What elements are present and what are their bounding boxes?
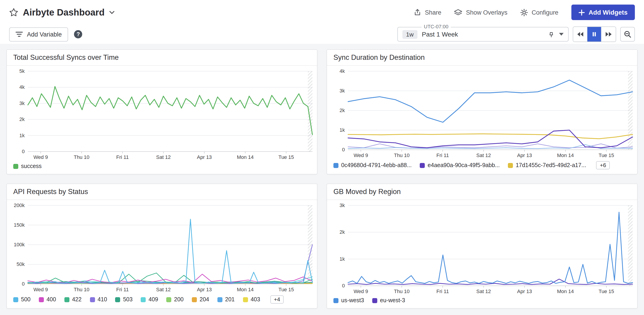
legend-item[interactable]: 204 — [192, 296, 209, 303]
svg-text:5k: 5k — [20, 68, 25, 74]
legend-label: 400 — [46, 296, 56, 303]
legend-item[interactable]: 409 — [141, 296, 158, 303]
svg-text:0: 0 — [342, 147, 345, 152]
favorite-star-button[interactable] — [9, 8, 18, 17]
svg-text:1k: 1k — [340, 256, 345, 262]
svg-text:Tue 15: Tue 15 — [278, 154, 294, 160]
svg-text:Fri 11: Fri 11 — [436, 289, 449, 294]
legend-item[interactable]: 201 — [218, 296, 235, 303]
show-overlays-label: Show Overlays — [466, 9, 508, 16]
legend-item[interactable]: 0c49680d-4791-4ebb-a88... — [334, 162, 412, 168]
configure-button[interactable]: Configure — [520, 8, 558, 16]
legend-item[interactable]: 17d1455c-7ed5-49d2-a17... — [508, 162, 586, 168]
legend-label: 503 — [123, 296, 133, 303]
legend-label: 410 — [98, 296, 107, 303]
svg-text:Thu 10: Thu 10 — [394, 152, 410, 158]
zoom-out-button[interactable] — [620, 27, 635, 41]
line-chart[interactable]: 01k2k3kWed 9Thu 10Fri 11Sat 12Apr 13Mon … — [327, 200, 637, 295]
line-chart[interactable]: 01k2k3k4k5kWed 9Thu 10Fri 11Sat 12Apr 13… — [7, 66, 317, 161]
svg-text:Wed 9: Wed 9 — [354, 152, 368, 158]
rewind-button[interactable] — [573, 27, 587, 41]
chart-legend: 500400422410503409200204201403+4 — [7, 293, 317, 308]
svg-text:Tue 15: Tue 15 — [278, 287, 294, 293]
svg-text:Mon 14: Mon 14 — [237, 287, 254, 293]
share-label: Share — [425, 9, 441, 16]
legend-label: 500 — [21, 296, 30, 303]
share-icon — [414, 9, 421, 16]
range-label: Past 1 Week — [422, 30, 544, 38]
svg-text:Wed 9: Wed 9 — [33, 287, 48, 293]
legend-label: 403 — [250, 296, 260, 303]
legend-label: 201 — [225, 296, 235, 303]
svg-text:3k: 3k — [340, 88, 345, 94]
pause-button[interactable] — [587, 27, 602, 41]
svg-text:3k: 3k — [20, 100, 25, 106]
dashboard-app: Airbyte Dashboard Share Show Overlays Co… — [0, 0, 644, 315]
legend-swatch — [39, 297, 44, 302]
share-button[interactable]: Share — [414, 9, 441, 16]
legend-label: us-west3 — [341, 297, 364, 304]
svg-text:0: 0 — [22, 149, 25, 154]
chart-legend: 0c49680d-4791-4ebb-a88...e4aea90a-90ca-4… — [327, 159, 637, 174]
widget-title: API Requests by Status — [7, 184, 317, 200]
legend-label: 422 — [72, 296, 82, 303]
legend-item[interactable]: 500 — [13, 296, 30, 303]
show-overlays-button[interactable]: Show Overlays — [454, 9, 508, 16]
legend-item[interactable]: 410 — [90, 296, 107, 303]
legend-swatch — [372, 298, 377, 303]
add-variable-label: Add Variable — [27, 31, 62, 38]
svg-text:4k: 4k — [340, 68, 345, 74]
legend-item[interactable]: 403 — [243, 296, 260, 303]
legend-item[interactable]: eu-west-3 — [372, 297, 405, 304]
add-widgets-button[interactable]: Add Widgets — [571, 4, 635, 20]
svg-text:2k: 2k — [340, 107, 345, 113]
range-short-chip[interactable]: 1w — [402, 30, 417, 38]
legend-overflow-badge[interactable]: +6 — [596, 161, 610, 169]
widget-api-requests-by-status: API Requests by Status 050k100k150k200kW… — [6, 184, 318, 309]
svg-text:150k: 150k — [14, 222, 25, 228]
svg-text:3k: 3k — [340, 203, 345, 208]
legend-swatch — [141, 297, 146, 302]
chart-legend: us-west3eu-west-3 — [327, 295, 637, 308]
svg-text:1k: 1k — [340, 127, 345, 133]
svg-text:Sat 12: Sat 12 — [156, 287, 171, 293]
legend-item[interactable]: 400 — [39, 296, 56, 303]
legend-swatch — [334, 163, 338, 168]
line-chart[interactable]: 050k100k150k200kWed 9Thu 10Fri 11Sat 12A… — [7, 200, 317, 293]
add-widgets-label: Add Widgets — [588, 9, 628, 16]
svg-text:0: 0 — [22, 281, 25, 287]
legend-label: 204 — [200, 296, 209, 303]
svg-text:Mon 14: Mon 14 — [557, 289, 574, 294]
svg-text:100k: 100k — [14, 242, 25, 248]
pin-icon[interactable] — [548, 31, 554, 37]
legend-item[interactable]: us-west3 — [334, 297, 364, 304]
svg-text:Fri 11: Fri 11 — [436, 152, 449, 158]
add-variable-button[interactable]: Add Variable — [9, 27, 68, 41]
svg-text:Thu 10: Thu 10 — [394, 289, 410, 294]
legend-item[interactable]: success — [13, 163, 42, 169]
time-range-picker[interactable]: UTC-07:00 1w Past 1 Week — [397, 27, 569, 41]
help-icon[interactable]: ? — [74, 30, 82, 38]
range-chevron-down-icon[interactable] — [559, 33, 564, 36]
legend-item[interactable]: 422 — [64, 296, 82, 303]
legend-item[interactable]: e4aea90a-90ca-49f5-9abb... — [420, 162, 500, 168]
rewind-icon — [576, 31, 584, 37]
legend-swatch — [243, 297, 248, 302]
legend-item[interactable]: 200 — [166, 296, 184, 303]
svg-text:200k: 200k — [14, 203, 25, 208]
fast-forward-button[interactable] — [602, 27, 616, 41]
widget-title: Sync Duration by Destination — [327, 50, 637, 66]
title-chevron-down-icon[interactable] — [109, 10, 115, 14]
legend-overflow-badge[interactable]: +4 — [270, 295, 284, 304]
line-chart[interactable]: 01k2k3k4kWed 9Thu 10Fri 11Sat 12Apr 13Mo… — [327, 66, 637, 159]
widget-sync-duration-by-destination: Sync Duration by Destination 01k2k3k4kWe… — [326, 49, 638, 174]
legend-label: 200 — [174, 296, 184, 303]
legend-item[interactable]: 503 — [115, 296, 133, 303]
chart-area: 01k2k3kWed 9Thu 10Fri 11Sat 12Apr 13Mon … — [327, 200, 637, 295]
svg-text:Apr 13: Apr 13 — [197, 287, 212, 293]
zoom-out-icon — [624, 30, 631, 38]
legend-label: 409 — [149, 296, 158, 303]
header: Airbyte Dashboard Share Show Overlays Co… — [0, 0, 644, 25]
legend-label: 0c49680d-4791-4ebb-a88... — [341, 162, 412, 168]
svg-text:Thu 10: Thu 10 — [74, 154, 90, 160]
